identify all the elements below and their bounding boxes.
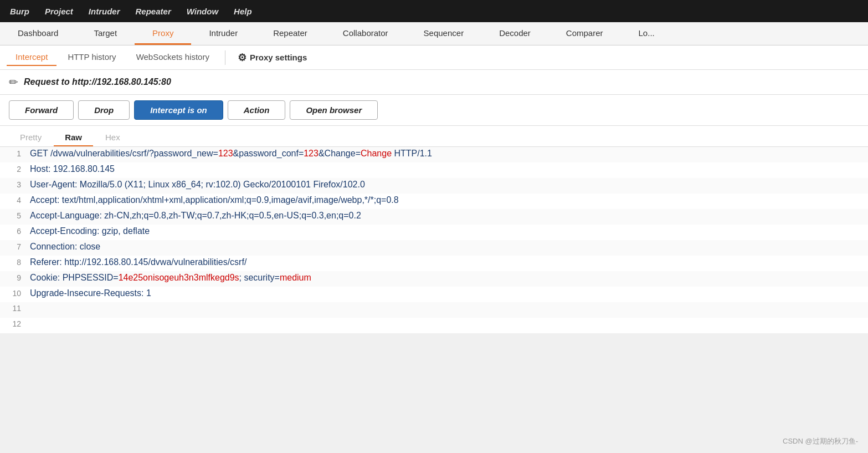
line-content: Upgrade-Insecure-Requests: 1: [30, 288, 151, 298]
line-content: GET /dvwa/vulnerabilities/csrf/?password…: [30, 149, 432, 159]
line-number: 3: [4, 180, 21, 189]
request-header: ✏ Request to http://192.168.80.145:80: [0, 70, 868, 95]
line-content: Cookie: PHPSESSID=14e25onisogeuh3n3mlfke…: [30, 273, 311, 283]
action-bar: Forward Drop Intercept is on Action Open…: [0, 95, 868, 126]
line-number: 5: [4, 211, 21, 220]
intercept-toggle-button[interactable]: Intercept is on: [134, 100, 223, 120]
tab-comparer[interactable]: Comparer: [548, 22, 621, 45]
table-row: 8Referer: http://192.168.80.145/dvwa/vul…: [0, 256, 868, 271]
sub-tab-divider: [225, 50, 225, 65]
tab-hex[interactable]: Hex: [94, 129, 131, 146]
tab-target[interactable]: Target: [76, 22, 135, 45]
pencil-icon: ✏: [9, 75, 18, 89]
view-tabs: Pretty Raw Hex: [0, 126, 868, 147]
tab-decoder[interactable]: Decoder: [481, 22, 548, 45]
line-content: Accept-Language: zh-CN,zh;q=0.8,zh-TW;q=…: [30, 211, 361, 221]
line-number: 12: [4, 319, 21, 328]
table-row: 7Connection: close: [0, 240, 868, 256]
line-content: Accept-Encoding: gzip, deflate: [30, 226, 150, 236]
line-number: 2: [4, 165, 21, 174]
menu-repeater[interactable]: Repeater: [135, 4, 172, 18]
line-number: 4: [4, 196, 21, 205]
tab-collaborator[interactable]: Collaborator: [325, 22, 406, 45]
menu-project[interactable]: Project: [44, 4, 74, 18]
proxy-settings-button[interactable]: ⚙ Proxy settings: [232, 49, 312, 66]
subtab-intercept[interactable]: Intercept: [7, 49, 57, 66]
proxy-settings-label: Proxy settings: [250, 53, 307, 62]
table-row: 10Upgrade-Insecure-Requests: 1: [0, 287, 868, 302]
tab-raw[interactable]: Raw: [54, 129, 93, 146]
table-row: 12: [0, 318, 868, 333]
tab-proxy[interactable]: Proxy: [135, 22, 191, 45]
sub-tab-bar: Intercept HTTP history WebSockets histor…: [0, 45, 868, 70]
tab-intruder[interactable]: Intruder: [191, 22, 255, 45]
open-browser-button[interactable]: Open browser: [290, 100, 378, 120]
table-row: 2Host: 192.168.80.145: [0, 162, 868, 178]
tab-more[interactable]: Lo...: [621, 22, 672, 45]
subtab-websockets-history[interactable]: WebSockets history: [127, 49, 218, 66]
line-number: 7: [4, 242, 21, 251]
line-number: 11: [4, 304, 21, 313]
table-row: 11: [0, 302, 868, 318]
tab-dashboard[interactable]: Dashboard: [0, 22, 76, 45]
table-row: 6Accept-Encoding: gzip, deflate: [0, 225, 868, 240]
drop-button[interactable]: Drop: [78, 100, 130, 120]
tab-repeater[interactable]: Repeater: [255, 22, 325, 45]
menu-window[interactable]: Window: [186, 4, 219, 18]
subtab-http-history[interactable]: HTTP history: [59, 49, 125, 66]
line-number: 10: [4, 289, 21, 298]
menu-intruder[interactable]: Intruder: [88, 4, 121, 18]
table-row: 4Accept: text/html,application/xhtml+xml…: [0, 194, 868, 209]
menu-bar: Burp Project Intruder Repeater Window He…: [0, 0, 868, 22]
table-row: 3User-Agent: Mozilla/5.0 (X11; Linux x86…: [0, 178, 868, 194]
request-title: Request to http://192.168.80.145:80: [24, 77, 171, 87]
line-content: Host: 192.168.80.145: [30, 164, 115, 174]
table-row: 5Accept-Language: zh-CN,zh;q=0.8,zh-TW;q…: [0, 209, 868, 225]
action-button[interactable]: Action: [228, 100, 286, 120]
forward-button[interactable]: Forward: [9, 100, 74, 120]
tab-bar: Dashboard Target Proxy Intruder Repeater…: [0, 22, 868, 45]
line-number: 1: [4, 149, 21, 158]
menu-help[interactable]: Help: [233, 4, 253, 18]
table-row: 1GET /dvwa/vulnerabilities/csrf/?passwor…: [0, 147, 868, 162]
gear-icon: ⚙: [238, 52, 246, 64]
tab-sequencer[interactable]: Sequencer: [406, 22, 482, 45]
menu-burp[interactable]: Burp: [9, 4, 30, 18]
table-row: 9Cookie: PHPSESSID=14e25onisogeuh3n3mlfk…: [0, 271, 868, 287]
line-content: Connection: close: [30, 242, 100, 252]
watermark: CSDN @过期的秋刀鱼-: [783, 436, 858, 446]
line-content: User-Agent: Mozilla/5.0 (X11; Linux x86_…: [30, 180, 365, 190]
line-content: Referer: http://192.168.80.145/dvwa/vuln…: [30, 257, 246, 267]
line-number: 6: [4, 227, 21, 236]
tab-pretty[interactable]: Pretty: [9, 129, 53, 146]
line-number: 8: [4, 258, 21, 267]
line-number: 9: [4, 273, 21, 282]
code-content: 1GET /dvwa/vulnerabilities/csrf/?passwor…: [0, 147, 868, 333]
line-content: Accept: text/html,application/xhtml+xml,…: [30, 195, 399, 205]
